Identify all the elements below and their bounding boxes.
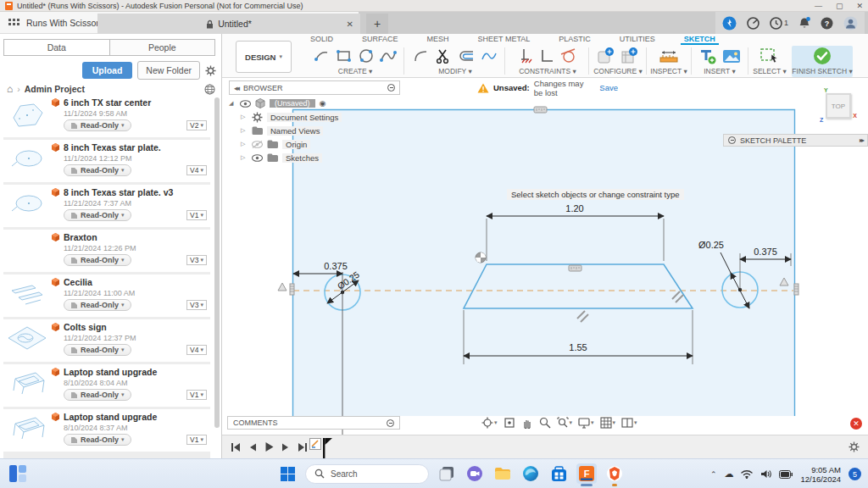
expand-icon[interactable]: ▷ — [241, 114, 248, 120]
battery-icon[interactable] — [779, 470, 793, 479]
grid-display-icon[interactable]: ▾ — [600, 417, 616, 429]
create-menu[interactable]: CREATE ▾ — [310, 67, 400, 75]
browser-root-row[interactable]: ◢(Unsaved)◉ — [229, 97, 424, 110]
chat-icon[interactable] — [465, 463, 485, 484]
version-dropdown[interactable]: V4▾ — [186, 345, 207, 355]
display-settings-icon[interactable]: ▾ — [578, 418, 594, 429]
timeline-playhead[interactable] — [323, 438, 333, 458]
fillet-tool-icon[interactable] — [413, 47, 430, 64]
ribbon-tab-surface[interactable]: SURFACE — [359, 34, 402, 45]
look-at-icon[interactable] — [504, 417, 515, 429]
expand-icon[interactable]: ◢ — [229, 100, 236, 107]
skip-to-end-icon[interactable] — [298, 442, 308, 452]
clock-history-icon[interactable] — [770, 17, 782, 30]
file-card[interactable]: 6 inch TX star center11/1/2024 9:58 AMRe… — [3, 95, 210, 137]
finish-sketch-check-icon[interactable] — [812, 46, 832, 66]
ribbon-tab-plastic[interactable]: PLASTIC — [555, 34, 594, 45]
curve-tool-icon[interactable] — [481, 47, 498, 64]
access-dropdown[interactable]: Read-Only▾ — [64, 119, 131, 131]
origin-point[interactable] — [476, 252, 486, 263]
file-card[interactable]: 8 inch Texas star plate.11/1/2024 12:12 … — [3, 140, 210, 182]
orbit-icon[interactable]: ▾ — [481, 417, 498, 429]
file-card[interactable]: Colts sign11/21/2024 12:37 PMRead-Only▾V… — [3, 319, 210, 362]
version-dropdown[interactable]: V3▾ — [186, 300, 207, 310]
radio-icon[interactable]: ◉ — [320, 99, 326, 108]
view-cube[interactable]: TOP Y X Z — [826, 93, 851, 119]
upload-button[interactable]: Upload — [82, 62, 133, 79]
task-view-icon[interactable] — [437, 463, 457, 484]
tray-chevron-icon[interactable]: ⌃ — [710, 470, 717, 479]
access-dropdown[interactable]: Read-Only▾ — [64, 434, 131, 446]
notifications-bell-icon[interactable] — [798, 17, 810, 30]
ribbon-tab-utilities[interactable]: UTILITIES — [616, 34, 659, 45]
browser-item-sketches[interactable]: ▷Sketches — [229, 151, 424, 164]
version-dropdown[interactable]: V3▾ — [186, 255, 207, 265]
access-dropdown[interactable]: Read-Only▾ — [64, 254, 131, 266]
palette-minimize-icon[interactable] — [728, 136, 736, 144]
trim-scissors-icon[interactable] — [435, 47, 452, 64]
browser-panel-header[interactable]: ◂◂ BROWSER — [229, 80, 400, 95]
insert-image-icon[interactable] — [722, 47, 741, 64]
inspect-menu[interactable]: INSPECT ▾ — [648, 67, 690, 75]
sketch-feature-icon[interactable] — [309, 438, 321, 450]
close-tab-icon[interactable]: ✕ — [347, 19, 353, 29]
file-explorer-icon[interactable] — [492, 463, 513, 484]
offset-tool-icon[interactable] — [457, 47, 476, 64]
collapse-browser-icon[interactable]: ◂◂ — [234, 84, 238, 92]
version-dropdown[interactable]: V1▾ — [186, 210, 207, 220]
select-menu[interactable]: SELECT ▾ — [749, 67, 790, 75]
ribbon-tab-sheet-metal[interactable]: SHEET METAL — [475, 34, 534, 45]
breadcrumb[interactable]: Admin Project — [25, 84, 85, 94]
new-folder-button[interactable]: New Folder — [137, 61, 200, 80]
comments-bar[interactable]: COMMENTS — [227, 416, 400, 430]
expand-icon[interactable]: ▷ — [241, 154, 248, 161]
browser-item-named-views[interactable]: ▷Named Views — [229, 124, 424, 137]
team-name[interactable]: Runs With Scissors — [26, 18, 103, 28]
onedrive-cloud-icon[interactable]: ☁ — [724, 469, 733, 480]
wifi-icon[interactable] — [741, 469, 753, 479]
version-dropdown[interactable]: V2▾ — [186, 120, 207, 130]
zoom-icon[interactable] — [539, 417, 551, 429]
modify-menu[interactable]: MODIFY ▾ — [409, 67, 502, 75]
notification-badge[interactable]: 5 — [849, 468, 861, 480]
microsoft-store-icon[interactable] — [548, 463, 569, 484]
save-link[interactable]: Save — [599, 83, 618, 92]
minimize-button[interactable]: — — [815, 2, 822, 10]
file-card[interactable]: Braxton11/21/2024 12:26 PMRead-Only▾V3▾ — [3, 230, 210, 272]
finish-sketch-button[interactable]: FINISH SKETCH ▾ — [792, 67, 853, 75]
version-dropdown[interactable]: V1▾ — [186, 435, 207, 445]
help-icon[interactable]: ? — [821, 17, 833, 30]
select-tool-icon[interactable] — [760, 47, 780, 65]
document-root-label[interactable]: (Unsaved) — [270, 99, 315, 108]
edge-browser-icon[interactable] — [520, 463, 541, 484]
viewports-icon[interactable]: ▾ — [621, 418, 637, 428]
globe-icon[interactable] — [204, 84, 215, 95]
eye-icon[interactable] — [252, 154, 263, 162]
file-card[interactable]: Cecilia11/21/2024 11:00 AMRead-Only▾V3▾ — [3, 274, 210, 317]
brave-browser-icon[interactable] — [604, 463, 625, 484]
browser-item-label[interactable]: Origin — [282, 140, 310, 149]
access-dropdown[interactable]: Read-Only▾ — [64, 344, 131, 356]
play-icon[interactable] — [264, 441, 274, 452]
cancel-command-button[interactable]: ✕ — [850, 418, 862, 430]
data-settings-gear-icon[interactable] — [205, 65, 216, 76]
version-dropdown[interactable]: V4▾ — [186, 165, 207, 175]
constraints-menu[interactable]: CONSTRAINTS ▾ — [509, 67, 587, 75]
avatar[interactable] — [843, 16, 858, 30]
fit-icon[interactable]: ▾ — [557, 417, 573, 429]
pan-icon[interactable] — [521, 417, 533, 429]
team-icon[interactable] — [7, 16, 20, 30]
new-tab-button[interactable]: + — [366, 14, 388, 34]
design-canvas[interactable]: 1.20 1.55 0.375 Ø0.25 0.375 — [222, 78, 868, 435]
ribbon-tab-solid[interactable]: SOLID — [307, 34, 337, 45]
timeline-settings-gear-icon[interactable] — [849, 441, 860, 452]
fusion-taskbar-icon[interactable]: F — [576, 463, 597, 484]
tangent-constraint-icon[interactable] — [559, 47, 576, 64]
skip-to-start-icon[interactable] — [231, 442, 241, 452]
expand-icon[interactable]: ▷ — [241, 141, 248, 147]
browser-item-origin[interactable]: ▷Origin — [229, 137, 424, 151]
access-dropdown[interactable]: Read-Only▾ — [64, 389, 131, 401]
file-card[interactable]: Laptop stand upgrade8/10/2024 8:04 AMRea… — [3, 364, 210, 407]
viewcube-face-label[interactable]: TOP — [832, 103, 845, 110]
rectangle-tool-icon[interactable] — [336, 47, 353, 64]
